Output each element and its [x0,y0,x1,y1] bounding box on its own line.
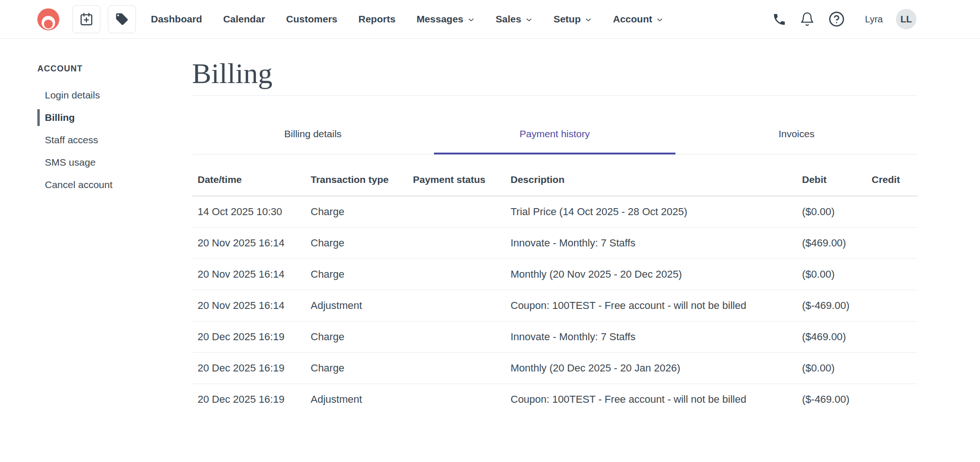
nav-messages[interactable]: Messages [417,14,475,25]
nav-label: Messages [417,14,463,25]
nav-label: Customers [286,14,338,25]
table-row: 20 Dec 2025 16:19 Charge Innovate - Mont… [192,322,917,353]
col-description: Description [511,164,802,196]
table-row: 20 Nov 2025 16:14 Charge Innovate - Mont… [192,228,917,259]
brand-logo[interactable] [37,8,59,30]
sidebar-item-label: Login details [45,90,100,101]
cell-credit [872,353,917,384]
col-payment-status: Payment status [413,164,511,196]
cell-debit: ($-469.00) [802,290,872,322]
cell-datetime: 20 Dec 2025 16:19 [192,322,311,353]
nav-setup[interactable]: Setup [554,14,592,25]
nav-label: Sales [496,14,521,25]
cell-credit [872,259,917,290]
table-header-row: Date/time Transaction type Payment statu… [192,164,917,196]
sidebar-item-billing[interactable]: Billing [37,106,192,129]
main-content: Billing Billing details Payment history … [192,39,980,415]
tag-icon [115,12,129,26]
cell-transaction-type: Charge [311,196,413,228]
col-transaction-type: Transaction type [311,164,413,196]
cell-datetime: 14 Oct 2025 10:30 [192,196,311,228]
cell-description: Trial Price (14 Oct 2025 - 28 Oct 2025) [511,196,802,228]
cell-datetime: 20 Dec 2025 16:19 [192,353,311,384]
chevron-down-icon [526,15,533,23]
main-nav: Dashboard Calendar Customers Reports Mes… [151,14,663,25]
cell-payment-status [413,259,511,290]
phone-icon[interactable] [772,12,787,27]
new-booking-button[interactable] [72,5,100,33]
nav-label: Dashboard [151,14,202,25]
nav-label: Setup [554,14,581,25]
cell-description: Monthly (20 Dec 2025 - 20 Jan 2026) [511,353,802,384]
tab-payment-history[interactable]: Payment history [434,96,676,154]
nav-label: Account [613,14,652,25]
cell-transaction-type: Charge [311,353,413,384]
cell-payment-status [413,322,511,353]
avatar[interactable]: LL [896,9,916,29]
cell-payment-status [413,228,511,259]
nav-label: Calendar [223,14,265,25]
cell-credit [872,384,917,415]
cell-debit: ($469.00) [802,322,872,353]
cell-datetime: 20 Nov 2025 16:14 [192,259,311,290]
sidebar-item-label: SMS usage [45,157,96,168]
table-row: 20 Nov 2025 16:14 Charge Monthly (20 Nov… [192,259,917,290]
table-row: 20 Dec 2025 16:19 Adjustment Coupon: 100… [192,384,917,415]
nav-label: Reports [358,14,395,25]
cell-datetime: 20 Dec 2025 16:19 [192,384,311,415]
payment-history-table: Date/time Transaction type Payment statu… [192,164,917,415]
table-row: 20 Dec 2025 16:19 Charge Monthly (20 Dec… [192,353,917,384]
cell-credit [872,196,917,228]
nav-account[interactable]: Account [613,14,663,25]
page-title: Billing [192,57,917,89]
sidebar-item-cancel-account[interactable]: Cancel account [37,174,192,196]
cell-debit: ($0.00) [802,353,872,384]
sidebar-item-sms-usage[interactable]: SMS usage [37,151,192,174]
cell-description: Innovate - Monthly: 7 Staffs [511,228,802,259]
cell-description: Coupon: 100TEST - Free account - will no… [511,384,802,415]
cell-debit: ($0.00) [802,196,872,228]
cell-debit: ($469.00) [802,228,872,259]
cell-datetime: 20 Nov 2025 16:14 [192,228,311,259]
cell-datetime: 20 Nov 2025 16:14 [192,290,311,322]
nav-customers[interactable]: Customers [286,14,338,25]
cell-description: Innovate - Monthly: 7 Staffs [511,322,802,353]
col-datetime: Date/time [192,164,311,196]
nav-reports[interactable]: Reports [358,14,395,25]
calendar-plus-icon [79,12,94,27]
cell-payment-status [413,353,511,384]
cell-debit: ($-469.00) [802,384,872,415]
nav-dashboard[interactable]: Dashboard [151,14,202,25]
cell-payment-status [413,290,511,322]
col-credit: Credit [872,164,917,196]
cell-description: Monthly (20 Nov 2025 - 20 Dec 2025) [511,259,802,290]
chevron-down-icon [468,15,475,23]
cell-description: Coupon: 100TEST - Free account - will no… [511,290,802,322]
cell-transaction-type: Adjustment [311,290,413,322]
sell-button[interactable] [108,5,136,33]
table-row: 20 Nov 2025 16:14 Adjustment Coupon: 100… [192,290,917,322]
sidebar-item-label: Staff access [45,134,98,146]
page-body: ACCOUNT Login details Billing Staff acce… [0,39,980,415]
sidebar-item-label: Billing [45,112,75,123]
top-right-controls: Lyra LL [772,9,916,29]
cell-transaction-type: Charge [311,228,413,259]
tab-billing-details[interactable]: Billing details [192,96,434,154]
account-sidebar: ACCOUNT Login details Billing Staff acce… [0,39,192,196]
chevron-down-icon [656,15,663,23]
cell-transaction-type: Adjustment [311,384,413,415]
user-name: Lyra [865,14,883,25]
cell-payment-status [413,384,511,415]
sidebar-item-login-details[interactable]: Login details [37,84,192,106]
help-icon[interactable] [828,10,845,28]
nav-calendar[interactable]: Calendar [223,14,265,25]
cell-debit: ($0.00) [802,259,872,290]
cell-credit [872,228,917,259]
sidebar-item-staff-access[interactable]: Staff access [37,129,192,151]
billing-tabs: Billing details Payment history Invoices [192,96,917,154]
nav-sales[interactable]: Sales [496,14,533,25]
table-row: 14 Oct 2025 10:30 Charge Trial Price (14… [192,196,917,228]
cell-credit [872,322,917,353]
bell-icon[interactable] [800,12,815,27]
tab-invoices[interactable]: Invoices [675,96,917,154]
